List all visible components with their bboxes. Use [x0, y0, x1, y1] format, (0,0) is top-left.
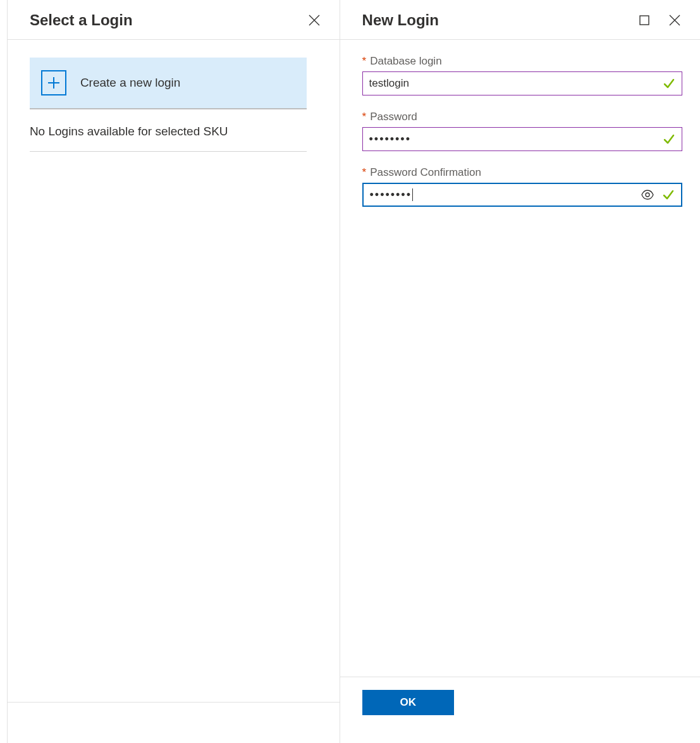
plus-icon — [41, 70, 66, 95]
password-confirmation-value: •••••••• — [370, 188, 412, 202]
eye-icon[interactable] — [641, 188, 654, 202]
select-login-panel: Select a Login Create a new login No Log… — [8, 0, 340, 743]
svg-rect-0 — [640, 16, 649, 25]
text-caret — [412, 188, 413, 201]
create-new-login-card[interactable]: Create a new login — [30, 58, 307, 109]
database-login-input[interactable] — [369, 72, 658, 95]
database-login-label-text: Database login — [370, 55, 441, 67]
svg-point-1 — [646, 193, 649, 197]
new-login-title: New Login — [362, 11, 439, 29]
ok-button[interactable]: OK — [362, 690, 455, 715]
required-indicator: * — [362, 111, 367, 123]
maximize-icon[interactable] — [637, 13, 652, 28]
required-indicator: * — [362, 55, 367, 67]
checkmark-icon — [663, 77, 675, 90]
database-login-input-wrap — [362, 71, 682, 95]
password-input[interactable]: •••••••• — [369, 133, 658, 146]
password-field: *Password •••••••• — [362, 111, 682, 151]
left-gutter — [0, 0, 8, 743]
required-indicator: * — [362, 166, 367, 178]
create-new-login-label: Create a new login — [80, 76, 180, 90]
database-login-label: *Database login — [362, 55, 682, 68]
password-input-wrap: •••••••• — [362, 127, 682, 151]
password-confirmation-field: *Password Confirmation •••••••• — [362, 166, 682, 207]
checkmark-icon — [662, 188, 675, 201]
password-confirmation-input[interactable]: •••••••• — [370, 188, 636, 202]
password-label-text: Password — [370, 111, 417, 123]
select-login-header: Select a Login — [8, 0, 340, 40]
select-login-title: Select a Login — [30, 11, 133, 29]
database-login-field: *Database login — [362, 55, 682, 95]
password-confirmation-input-wrap: •••••••• — [362, 183, 682, 207]
checkmark-icon — [663, 133, 675, 145]
password-label: *Password — [362, 111, 682, 123]
new-login-footer: OK — [340, 677, 700, 743]
select-login-footer — [8, 702, 340, 743]
no-logins-message: No Logins available for selected SKU — [30, 109, 307, 152]
password-confirmation-label-text: Password Confirmation — [370, 166, 481, 178]
close-icon[interactable] — [307, 13, 322, 28]
close-icon[interactable] — [667, 13, 682, 28]
new-login-panel: New Login *Database login — [340, 0, 700, 743]
new-login-header: New Login — [340, 0, 700, 40]
password-confirmation-label: *Password Confirmation — [362, 166, 682, 179]
